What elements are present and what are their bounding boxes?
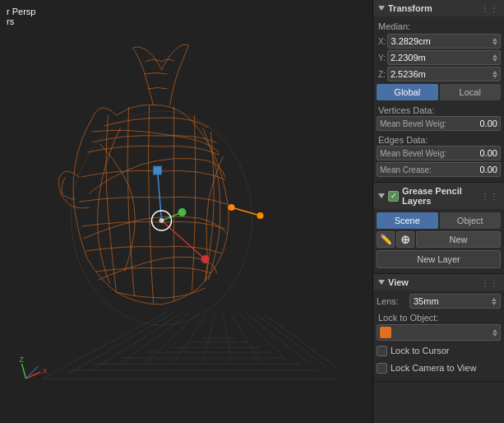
svg-rect-0 [2, 0, 372, 423]
lock-cursor-row: Lock to Cursor [377, 343, 501, 358]
viewport-canvas: X Z [0, 0, 372, 423]
mean-crease-row: Mean Crease: 0.00 [377, 162, 501, 177]
scene-button[interactable]: Scene [377, 212, 438, 229]
z-label: Z: [377, 70, 386, 79]
mean-crease-field[interactable]: Mean Crease: 0.00 [377, 162, 501, 177]
view-section: View ⋮⋮ Lens: 35mm Lock to Object: [373, 274, 504, 382]
viewport-sub-label: rs [7, 16, 14, 26]
lock-to-object-field[interactable] [377, 324, 501, 341]
gp-header-left: ✓ Grease Pencil Layers [378, 186, 481, 206]
scene-object-row: Scene Object [377, 212, 501, 229]
gp-tools-row: ✏️ ⊕ New [377, 231, 501, 248]
mean-bevel-e-value: 0.00 [480, 148, 497, 158]
lock-to-object-label: Lock to Object: [377, 311, 501, 324]
viewport-label: r Persp rs [7, 7, 35, 26]
z-value: 2.5236m [391, 69, 426, 79]
crosshair-button[interactable]: ⊕ [396, 231, 414, 248]
mean-bevel-v-label: Mean Bevel Weig: [380, 119, 446, 128]
z-coord-row: Z: 2.5236m [377, 67, 501, 81]
mean-bevel-e-label: Mean Bevel Weig: [380, 149, 446, 158]
gp-collapse-icon [378, 193, 385, 198]
x-coord-row: X: 3.2829cm [377, 34, 501, 49]
object-button[interactable]: Object [440, 212, 502, 229]
lock-camera-row: Lock Camera to View [377, 360, 501, 375]
view-options-icon: ⋮⋮ [481, 278, 499, 287]
lock-cursor-checkbox[interactable] [377, 346, 387, 356]
svg-text:Z: Z [20, 356, 25, 364]
y-label: Y: [377, 53, 386, 63]
pencil-button[interactable]: ✏️ [377, 231, 395, 248]
gp-options-icon: ⋮⋮ [481, 192, 499, 201]
transform-section: Transform ⋮⋮ Median: X: 3.2829cm [373, 0, 504, 183]
grease-pencil-section: ✓ Grease Pencil Layers ⋮⋮ Scene Object ✏… [373, 183, 504, 274]
lens-row: Lens: 35mm [377, 294, 501, 309]
new-button[interactable]: New [416, 231, 501, 248]
transform-title: Transform [388, 3, 432, 13]
edges-data-label: Edges Data: [377, 132, 501, 146]
view-collapse-icon [378, 280, 385, 285]
z-arrows [492, 68, 497, 80]
z-field[interactable]: 2.5236m [387, 67, 501, 81]
y-arrows [492, 52, 497, 63]
median-label: Median: [377, 20, 501, 34]
transform-options-icon: ⋮⋮ [481, 4, 499, 13]
x-arrows [492, 35, 497, 47]
mean-bevel-e-field[interactable]: Mean Bevel Weig: 0.00 [377, 146, 501, 160]
transform-header[interactable]: Transform ⋮⋮ [373, 0, 504, 16]
view-title: View [388, 277, 409, 287]
right-panel: Transform ⋮⋮ Median: X: 3.2829cm [372, 0, 504, 423]
new-layer-button[interactable]: New Layer [377, 250, 501, 268]
lens-field[interactable]: 35mm [409, 294, 501, 309]
global-local-row: Global Local [377, 84, 501, 100]
mean-crease-label: Mean Crease: [380, 165, 432, 174]
lock-cursor-label: Lock to Cursor [391, 346, 450, 356]
view-header[interactable]: View ⋮⋮ [373, 274, 504, 291]
y-field[interactable]: 2.2309m [387, 50, 501, 65]
lens-label: Lens: [377, 296, 409, 306]
view-content: Lens: 35mm Lock to Object: [373, 291, 504, 381]
mean-bevel-v-value: 0.00 [480, 119, 497, 128]
global-button[interactable]: Global [377, 84, 438, 100]
transform-content: Median: X: 3.2829cm Y: 2.2309m [373, 16, 504, 182]
gp-content: Scene Object ✏️ ⊕ New New Layer [373, 209, 504, 273]
y-coord-row: Y: 2.2309m [377, 50, 501, 65]
svg-point-30 [160, 218, 164, 223]
mean-bevel-v-field[interactable]: Mean Bevel Weig: 0.00 [377, 116, 501, 131]
x-field[interactable]: 3.2829cm [387, 34, 501, 49]
plus-icon: ⊕ [400, 233, 410, 246]
lock-camera-label: Lock Camera to View [391, 363, 476, 373]
mean-bevel-e-row: Mean Bevel Weig: 0.00 [377, 146, 501, 160]
mean-bevel-v-row: Mean Bevel Weig: 0.00 [377, 116, 501, 131]
gp-title: Grease Pencil Layers [402, 186, 481, 206]
gp-checkbox[interactable]: ✓ [388, 191, 399, 202]
x-value: 3.2829cm [391, 36, 430, 46]
lens-arrows [492, 295, 497, 307]
lock-obj-arrows [492, 327, 497, 338]
y-value: 2.2309m [391, 53, 426, 63]
x-label: X: [377, 37, 386, 46]
vertices-data-label: Vertices Data: [377, 103, 501, 116]
svg-text:X: X [43, 367, 48, 375]
transform-collapse-icon [378, 6, 385, 11]
viewport[interactable]: r Persp rs [0, 0, 372, 423]
grease-pencil-header[interactable]: ✓ Grease Pencil Layers ⋮⋮ [373, 183, 504, 209]
object-color-icon [380, 327, 391, 338]
local-button[interactable]: Local [440, 84, 502, 100]
mean-crease-value: 0.00 [480, 165, 497, 174]
viewport-mode-label: r Persp [7, 7, 35, 16]
lens-value: 35mm [414, 296, 439, 306]
pencil-icon: ✏️ [380, 234, 392, 245]
lock-camera-checkbox[interactable] [377, 363, 387, 374]
